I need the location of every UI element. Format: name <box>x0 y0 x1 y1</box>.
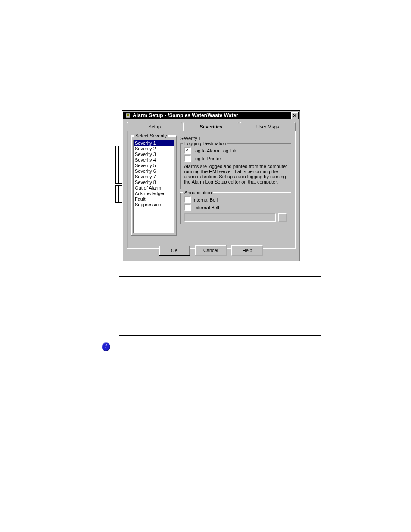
list-item[interactable]: Severity 7 <box>134 174 174 180</box>
close-icon <box>293 113 297 118</box>
title-bar: Alarm Setup - /Samples Water/Waste Water <box>123 112 299 119</box>
tab-pane-severities: Select Severity Severity 1 Severity 2 Se… <box>127 131 296 249</box>
text-rule <box>119 316 321 316</box>
annunciation-legend: Annunciation <box>183 190 213 195</box>
external-bell-row: External Bell <box>184 204 287 211</box>
internal-bell-checkbox[interactable] <box>184 196 191 203</box>
external-bell-path-field[interactable] <box>184 213 276 222</box>
svg-rect-1 <box>127 114 129 116</box>
text-rule <box>119 335 321 336</box>
tab-user-msgs[interactable]: User Msgs <box>240 122 296 131</box>
callout-brace-2b <box>118 185 119 202</box>
logging-destination-group: Logging Destination Log to Alarm Log Fil… <box>180 143 291 189</box>
text-rule <box>119 290 321 290</box>
severity-list[interactable]: Severity 1 Severity 2 Severity 3 Severit… <box>133 140 174 233</box>
ok-button[interactable]: OK <box>159 246 190 256</box>
log-to-printer-checkbox[interactable] <box>184 155 191 162</box>
list-item[interactable]: Severity 8 <box>134 180 174 185</box>
select-severity-legend: Select Severity <box>134 133 168 138</box>
select-severity-group: Select Severity Severity 1 Severity 2 Se… <box>131 136 177 236</box>
list-item[interactable]: Severity 2 <box>134 146 174 152</box>
internal-bell-row: Internal Bell <box>184 196 287 203</box>
text-rule <box>119 302 321 302</box>
tab-severities[interactable]: Severities <box>183 122 239 131</box>
app-icon <box>125 112 131 118</box>
window-title: Alarm Setup - /Samples Water/Waste Water <box>133 112 238 118</box>
list-item[interactable]: Fault <box>134 196 174 202</box>
log-to-file-checkbox[interactable] <box>184 147 191 154</box>
tab-strip: Setup Severities User Msgs <box>127 122 296 131</box>
severity-details: Severity 1 Logging Destination Log to Al… <box>180 136 291 244</box>
callout-arrow-1 <box>93 165 115 165</box>
alarm-setup-dialog: Alarm Setup - /Samples Water/Waste Water… <box>122 110 300 261</box>
annunciation-group: Annunciation Internal Bell External Bell <box>180 193 291 224</box>
list-item[interactable]: Severity 4 <box>134 157 174 163</box>
logging-destination-legend: Logging Destination <box>183 141 227 146</box>
text-rule <box>119 328 321 328</box>
external-bell-checkbox[interactable] <box>184 204 191 211</box>
close-button[interactable] <box>291 112 298 119</box>
tab-setup[interactable]: Setup <box>127 122 182 131</box>
logging-note: Alarms are logged and printed from the c… <box>184 164 287 184</box>
alarm-icon <box>125 113 131 118</box>
external-bell-browse-button[interactable]: ... <box>278 213 287 222</box>
log-to-file-row: Log to Alarm Log File <box>184 147 287 154</box>
list-item[interactable]: Severity 6 <box>134 168 174 174</box>
list-item[interactable]: Severity 1 <box>134 140 174 146</box>
dialog-button-row: OK Cancel Help <box>122 245 300 256</box>
callout-brace-1 <box>115 146 116 183</box>
list-item[interactable]: Acknowledged <box>134 191 174 196</box>
info-icon: i <box>102 342 110 351</box>
callout-arrow-2 <box>93 194 115 194</box>
list-item[interactable]: Severity 5 <box>134 163 174 168</box>
callout-brace-2 <box>115 185 116 202</box>
text-rule <box>119 276 321 277</box>
cancel-button[interactable]: Cancel <box>195 245 227 256</box>
selected-severity-label: Severity 1 <box>180 136 291 141</box>
log-to-printer-row: Log to Printer <box>184 155 287 162</box>
help-button[interactable]: Help <box>231 245 263 256</box>
list-item[interactable]: Severity 3 <box>134 152 174 157</box>
callout-brace-1b <box>118 146 119 183</box>
list-item[interactable]: Out of Alarm <box>134 185 174 191</box>
list-item[interactable]: Suppression <box>134 202 174 208</box>
